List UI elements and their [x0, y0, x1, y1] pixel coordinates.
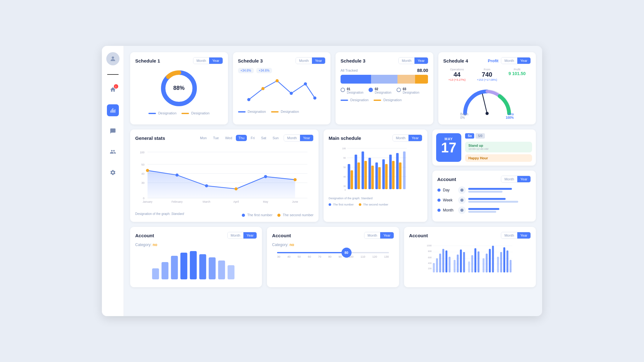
svg-text:50: 50 [343, 166, 346, 168]
svg-rect-58 [392, 161, 395, 189]
general-stats-tab-year[interactable]: Year [300, 135, 313, 141]
svg-text:April: April [233, 200, 239, 203]
account-right-tab-month[interactable]: Month [501, 176, 517, 182]
account-dot-day [437, 189, 441, 192]
svg-rect-59 [396, 153, 399, 189]
gauge-pct-end: 100% [506, 116, 514, 119]
radio-num-1: 02 [375, 87, 391, 91]
gauge-begin-label: Begin [460, 112, 469, 116]
svg-rect-69 [190, 251, 197, 279]
day-tab-sat[interactable]: Sat [258, 135, 269, 141]
main-schedule-tab-month[interactable]: Month [393, 135, 409, 141]
day-tab-wed[interactable]: Wed [223, 135, 235, 141]
svg-rect-88 [445, 250, 447, 272]
account-right-tab-year[interactable]: Year [517, 176, 530, 182]
schedule3a-tab-month[interactable]: Month [296, 58, 312, 64]
main-content: Schedule 1 Month Year 88% [124, 46, 542, 316]
slider-ticks: 30 40 50 60 70 80 90 100 110 120 130 [277, 255, 389, 258]
account-bottom3-tab-year[interactable]: Year [517, 232, 530, 239]
schedule3a-title: Schedule 3 [238, 58, 263, 63]
account-bottom1-card: Account Month Year Category: no [130, 227, 262, 287]
day-tab-thu[interactable]: Thu [236, 135, 247, 141]
account-dot-month [437, 209, 441, 212]
sidebar-icon-chart[interactable] [107, 104, 119, 116]
day-tab-tue[interactable]: Tue [210, 135, 221, 141]
svg-text:600: 600 [428, 256, 432, 259]
account-items: Day Week [437, 186, 531, 214]
account-bottom1-tab-year[interactable]: Year [243, 232, 257, 239]
stat-operations-value: 44 [443, 71, 471, 78]
svg-point-62 [460, 189, 464, 192]
account-label-month: Month [443, 208, 456, 212]
day-tab-mon[interactable]: Mon [197, 135, 209, 141]
radio-item-0: 01Designation [341, 87, 364, 94]
schedule3a-legend: Designation Designation [238, 110, 326, 113]
account-bottom3-title: Account [409, 233, 428, 238]
account-bar-month-1 [468, 208, 500, 210]
schedule4-stats: Operations 44 +13 (+3.27%) From 740 +153… [443, 68, 531, 81]
gauge-end-label: Pro [506, 112, 514, 116]
schedule3b-tab-year[interactable]: Year [414, 58, 428, 64]
schedule3b-legend: Designation Designation [341, 98, 428, 102]
sidebar-icon-home[interactable]: 1 [107, 84, 119, 96]
account-bottom2-tab-month[interactable]: Month [364, 232, 380, 239]
sidebar-divider [107, 74, 119, 75]
account-bottom3-tab-month[interactable]: Month [501, 232, 517, 239]
schedule3a-tab-year[interactable]: Year [312, 58, 325, 64]
general-stats-tab-month[interactable]: Month [284, 135, 300, 141]
slider-track[interactable]: 80 [277, 252, 389, 253]
line-chart-small [238, 74, 326, 106]
legend-item-orange: Designation [181, 111, 209, 115]
schedule1-tab-month[interactable]: Month [193, 58, 209, 64]
badge-row: +34.6% +34.6% [238, 68, 326, 73]
sidebar-icon-settings[interactable] [107, 167, 119, 178]
schedule3a-card: Schedule 3 Month Year +34.6% +34.6% [233, 52, 331, 124]
main-schedule-tabs: Month Year [392, 134, 422, 141]
account-bottom1-tab-month[interactable]: Month [228, 232, 244, 239]
radio-label-0: Designation [347, 91, 364, 94]
svg-rect-89 [448, 257, 450, 272]
schedule4-card: Schedule 4 Profit Month Year Operations … [438, 52, 536, 124]
svg-text:1000: 1000 [427, 244, 432, 247]
slider-thumb[interactable]: 80 [341, 248, 352, 258]
day-tab-sun[interactable]: Sun [270, 135, 281, 141]
svg-rect-55 [382, 159, 385, 189]
schedule3a-tabs: Month Year [296, 57, 325, 64]
account-bottom1-chart [135, 250, 257, 281]
donut-legend: Designation Designation [148, 111, 209, 115]
cal-event-happyhour-title: Happy Hour [468, 156, 529, 160]
schedule4-tab-month[interactable]: Month [501, 58, 517, 64]
svg-rect-57 [389, 155, 392, 189]
right-col: MAY 17 So 5/0 Stand up 10:00-12:40 AM [432, 129, 536, 222]
schedule3b-tab-month[interactable]: Month [399, 58, 415, 64]
svg-rect-61 [403, 151, 406, 189]
svg-rect-60 [399, 162, 402, 189]
day-tab-fri[interactable]: Fri [248, 135, 257, 141]
sidebar-icon-people[interactable] [107, 146, 119, 158]
sidebar: 1 [102, 46, 124, 316]
legend-second: The second number [277, 213, 314, 217]
svg-point-9 [313, 96, 316, 100]
avatar [106, 52, 119, 65]
main-schedule-tab-year[interactable]: Year [408, 135, 422, 141]
schedule4-tab-year[interactable]: Year [517, 58, 530, 64]
slider-fill [277, 252, 346, 253]
cal-event-standup-time: 10:00-12:40 AM [468, 147, 529, 151]
radio-num-0: 01 [347, 87, 364, 91]
svg-point-5 [261, 87, 264, 90]
cal-event-standup-title: Stand up [468, 144, 529, 147]
radio-label-2: Designation [403, 91, 419, 94]
account-bottom3-card: Account Month Year 1000 800 600 400 200 [404, 227, 536, 287]
sidebar-icon-chat[interactable] [107, 125, 119, 137]
svg-rect-95 [471, 255, 473, 272]
svg-point-8 [304, 82, 307, 85]
svg-point-4 [247, 98, 250, 101]
svg-point-7 [290, 92, 293, 95]
schedule1-tab-year[interactable]: Year [209, 58, 222, 64]
stat-profit-value: 9 101.50 [503, 71, 531, 76]
account-bottom2-tab-year[interactable]: Year [380, 232, 393, 239]
svg-text:February: February [171, 200, 183, 203]
svg-rect-84 [433, 263, 435, 272]
svg-rect-87 [442, 249, 444, 272]
svg-rect-65 [152, 268, 159, 279]
